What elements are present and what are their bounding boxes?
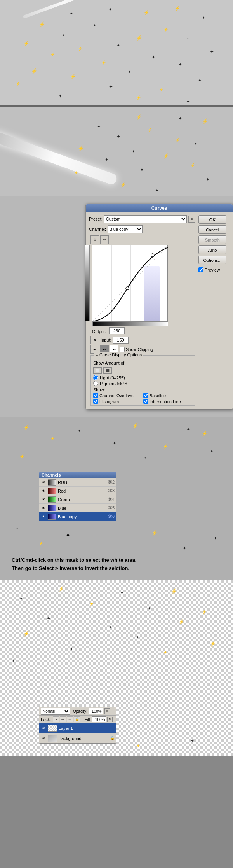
histogram-label: Histogram: [93, 399, 143, 404]
bird: ⚡: [89, 602, 94, 606]
light-radio-label[interactable]: Light (0–255): [93, 375, 193, 380]
bird: ⚡: [23, 631, 29, 637]
dialog-right: OK Cancel Smooth Auto Options... Preview: [198, 215, 230, 406]
light-icon-btn[interactable]: ⬜: [93, 367, 102, 374]
lock-all-btn[interactable]: 🔒: [74, 716, 80, 722]
opacity-input[interactable]: [89, 708, 103, 714]
channel-row-blue[interactable]: 👁 Blue ⌘5: [39, 504, 116, 512]
show-section: Show: Channel Overlays Baseline: [93, 388, 193, 404]
svg-point-2: [151, 254, 154, 257]
layer-row-background[interactable]: 👁 Background 🔒: [39, 733, 116, 743]
eye-icon-rgb[interactable]: 👁: [41, 480, 46, 485]
channel-row-blue-copy[interactable]: 👁 Blue copy ⌘6: [39, 512, 116, 521]
bird: ⚡: [132, 423, 138, 429]
eye-icon-layer1[interactable]: 👁: [41, 726, 46, 731]
output-row: Output:: [90, 327, 195, 334]
auto-button[interactable]: Auto: [198, 245, 226, 254]
bird: ⚡: [120, 182, 126, 188]
options-button[interactable]: Options...: [198, 256, 226, 264]
channel-row-green[interactable]: 👁 Green ⌘4: [39, 495, 116, 504]
show-clipping-checkbox[interactable]: [120, 347, 125, 352]
blend-mode-select[interactable]: Normal: [41, 708, 70, 715]
channel-row-rgb[interactable]: 👁 RGB ⌘2: [39, 478, 116, 487]
smooth-button[interactable]: Smooth: [198, 235, 226, 244]
input-field[interactable]: [113, 337, 129, 344]
bird: ✦: [109, 84, 113, 89]
input-label: Input:: [101, 338, 111, 342]
fill-options-btn[interactable]: ⇅: [107, 717, 113, 722]
light-radio[interactable]: [93, 375, 98, 380]
baseline-check[interactable]: [143, 393, 148, 398]
bird: ✦: [19, 596, 23, 601]
preset-options-btn[interactable]: ≡: [188, 216, 195, 223]
channel-thumb-green: [48, 496, 56, 503]
histogram-check[interactable]: [93, 399, 98, 404]
bird: ⚡: [171, 588, 177, 594]
fill-input[interactable]: [92, 716, 106, 722]
layer-row-layer1[interactable]: 👁 Layer 1: [39, 723, 116, 733]
lock-paint-btn[interactable]: ✏: [60, 716, 66, 722]
bird: ⚡: [175, 138, 180, 143]
bird: ⚡: [16, 82, 20, 86]
lock-move-btn[interactable]: ✛: [67, 716, 73, 722]
intersection-check[interactable]: [143, 399, 148, 404]
pigment-radio-label[interactable]: Pigment/Ink %: [93, 381, 193, 386]
channel-name-blue-copy: Blue copy: [58, 514, 106, 519]
eye-icon-red[interactable]: 👁: [41, 488, 46, 494]
eye-icon-green[interactable]: 👁: [41, 497, 46, 502]
channel-select[interactable]: Blue copy: [108, 225, 143, 233]
channel-shortcut-red: ⌘3: [108, 488, 115, 493]
bird: ✦: [116, 43, 120, 48]
eye-icon-blue[interactable]: 👁: [41, 505, 46, 511]
bird: ✦: [148, 606, 151, 611]
bird: ⚡: [175, 6, 180, 11]
bird: ✦: [179, 116, 182, 121]
dialog-title: Curves: [151, 205, 167, 211]
channel-shortcut-blue: ⌘5: [108, 505, 115, 510]
preview-label: Preview: [205, 268, 220, 272]
ok-button[interactable]: OK: [198, 215, 226, 224]
curves-dialog: Curves Preset: Custom ≡ Channel: Blue co…: [85, 204, 233, 409]
lock-pixels-btn[interactable]: ▪: [53, 716, 59, 722]
bird: ⚡: [23, 41, 29, 46]
pigment-icon-btn[interactable]: ⬛: [103, 367, 112, 374]
bird: ✦: [144, 456, 147, 460]
annotation-text: Ctrl/Cmd-click on this mask to select th…: [12, 556, 136, 573]
bird: ✦: [78, 429, 81, 433]
svg-marker-4: [66, 533, 70, 536]
eye-icon-blue-copy[interactable]: 👁: [41, 514, 46, 519]
bird: ⚡: [70, 74, 76, 79]
channel-row-red[interactable]: 👁 Red ⌘3: [39, 487, 116, 495]
curve-display-toggle[interactable]: ▲: [96, 353, 99, 357]
bird: ✦: [194, 142, 197, 146]
bird: ✦: [108, 7, 112, 11]
preview-row: Preview: [198, 267, 230, 272]
bird: ✦: [113, 440, 116, 446]
dialog-body: Preset: Custom ≡ Channel: Blue copy ◇: [86, 212, 233, 409]
sample-tool[interactable]: ⇅: [90, 336, 99, 344]
bird: ⚡: [101, 60, 106, 65]
eye-icon-background[interactable]: 👁: [41, 736, 46, 741]
bird: ✦: [214, 536, 217, 541]
channel-overlays-check[interactable]: [93, 393, 98, 398]
output-input[interactable]: [109, 327, 125, 334]
channel-name-green: Green: [58, 497, 106, 502]
cancel-button[interactable]: Cancel: [198, 225, 226, 234]
preset-select[interactable]: Custom: [104, 215, 187, 223]
show-icons: ⬜ ⬛: [93, 367, 193, 374]
bird: ✦: [70, 647, 73, 652]
bird: ✦: [186, 37, 190, 41]
curve-pencil-tool[interactable]: ✏: [100, 235, 109, 244]
bird: ⚡: [159, 88, 163, 91]
bird: ⚡: [202, 610, 207, 614]
output-gradient-bar: [85, 245, 90, 321]
layer-thumb-layer1: [48, 725, 57, 732]
pigment-radio[interactable]: [93, 381, 98, 386]
bird: ⚡: [78, 47, 82, 51]
curve-point-tool[interactable]: ◇: [90, 235, 99, 244]
preview-checkbox[interactable]: [198, 267, 203, 272]
curves-canvas[interactable]: ◇: [92, 245, 168, 321]
dialog-wrapper: Curves Preset: Custom ≡ Channel: Blue co…: [0, 196, 233, 417]
arrow-svg: [64, 533, 72, 545]
opacity-options-btn[interactable]: ⇅: [104, 708, 110, 714]
